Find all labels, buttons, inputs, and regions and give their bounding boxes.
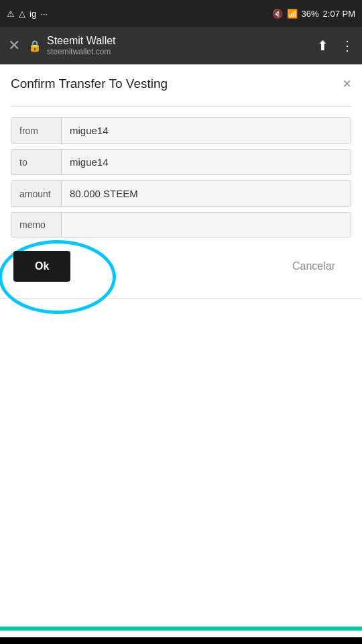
from-label: from	[11, 118, 62, 143]
from-field-row: from migue14	[11, 117, 351, 144]
amount-label: amount	[11, 181, 62, 206]
dots-icon: ···	[40, 9, 48, 19]
confirm-transfer-dialog: Confirm Transfer To Vesting × from migue…	[0, 64, 362, 299]
dialog-title: Confirm Transfer To Vesting	[11, 76, 168, 91]
browser-url: steemitwallet.com	[47, 47, 309, 56]
to-field-row: to migue14	[11, 149, 351, 175]
memo-field-row: memo	[11, 212, 351, 237]
ok-button[interactable]: Ok	[13, 251, 70, 282]
from-value: migue14	[62, 118, 351, 143]
memo-value	[62, 213, 351, 237]
triangle-icon: △	[19, 9, 25, 19]
browser-actions: ⬆ ⋮	[314, 35, 357, 56]
bottom-accent-bar	[0, 627, 362, 631]
cancel-button[interactable]: Cancelar	[279, 251, 349, 282]
browser-chrome: ✕ 🔒 Steemit Wallet steemitwallet.com ⬆ ⋮	[0, 27, 362, 64]
status-bar: ⚠ △ ig ··· 🔇 📶 36% 2:07 PM	[0, 0, 362, 27]
lock-icon: 🔒	[28, 40, 42, 52]
alert-icon: ⚠	[7, 9, 15, 19]
to-label: to	[11, 150, 62, 174]
dialog-title-row: Confirm Transfer To Vesting ×	[11, 75, 351, 93]
content-area: Confirm Transfer To Vesting × from migue…	[0, 64, 362, 637]
dialog-divider	[11, 106, 351, 107]
browser-close-button[interactable]: ✕	[5, 34, 23, 57]
buttons-row: Ok Cancelar	[11, 251, 351, 282]
battery-percent: 36%	[302, 9, 319, 19]
share-icon[interactable]: ⬆	[314, 35, 331, 56]
status-right-icons: 🔇 📶 36% 2:07 PM	[272, 9, 355, 19]
to-value: migue14	[62, 150, 351, 174]
status-left-icons: ⚠ △ ig ···	[7, 9, 48, 19]
browser-title-area: Steemit Wallet steemitwallet.com	[47, 35, 309, 56]
mute-icon: 🔇	[272, 9, 283, 19]
time-display: 2:07 PM	[323, 9, 355, 19]
instagram-icon: ig	[29, 9, 36, 19]
dialog-close-icon[interactable]: ×	[343, 75, 351, 93]
memo-label: memo	[11, 213, 62, 237]
signal-icon: 📶	[287, 9, 298, 19]
amount-value: 80.000 STEEM	[62, 181, 351, 206]
amount-field-row: amount 80.000 STEEM	[11, 180, 351, 207]
browser-title: Steemit Wallet	[47, 35, 309, 47]
menu-icon[interactable]: ⋮	[338, 35, 357, 56]
